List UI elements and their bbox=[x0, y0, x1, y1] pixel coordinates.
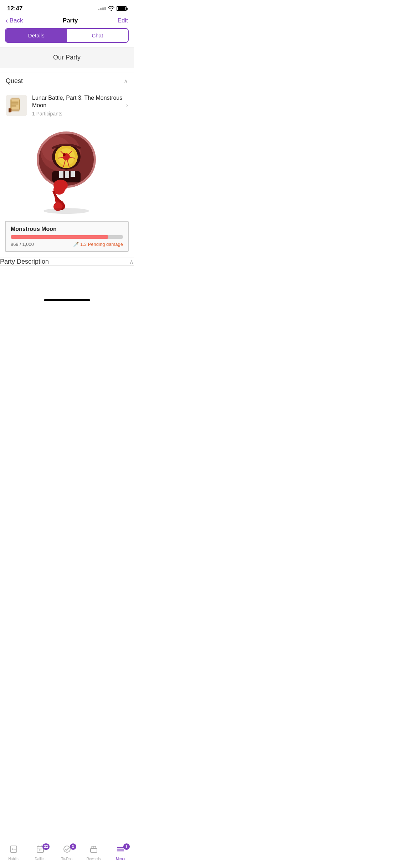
party-desc-chevron-icon: ∧ bbox=[129, 258, 134, 265]
tab-bar: Details Chat bbox=[5, 28, 129, 43]
svg-rect-4 bbox=[19, 99, 20, 109]
svg-rect-8 bbox=[11, 109, 21, 110]
monster-name: Monstrous Moon bbox=[11, 226, 123, 232]
party-header: Our Party bbox=[0, 47, 134, 68]
health-display: 869 / 1,000 bbox=[11, 242, 34, 247]
quest-info: Lunar Battle, Part 3: The Monstrous Moon… bbox=[32, 94, 126, 117]
wifi-icon bbox=[108, 6, 114, 12]
party-desc-section-header[interactable]: Party Description ∧ bbox=[0, 258, 134, 266]
quest-detail-chevron-icon: › bbox=[126, 102, 128, 109]
svg-rect-5 bbox=[11, 102, 18, 103]
health-bar-fill bbox=[11, 235, 108, 239]
edit-button[interactable]: Edit bbox=[118, 17, 128, 24]
quest-section-header[interactable]: Quest ∧ bbox=[0, 72, 134, 90]
quest-item[interactable]: Lunar Battle, Part 3: The Monstrous Moon… bbox=[0, 90, 134, 121]
monster-stats-row: 869 / 1,000 🗡️ 1.3 Pending damage bbox=[11, 242, 123, 247]
pending-damage: 🗡️ 1.3 Pending damage bbox=[73, 242, 123, 247]
back-button[interactable]: ‹ Back bbox=[6, 16, 23, 25]
party-desc-title: Party Description bbox=[0, 258, 49, 265]
svg-rect-7 bbox=[11, 105, 16, 107]
nav-bar: ‹ Back Party Edit bbox=[0, 15, 134, 28]
svg-point-26 bbox=[63, 153, 66, 156]
tab-chat[interactable]: Chat bbox=[67, 29, 128, 42]
party-name: Our Party bbox=[53, 54, 81, 61]
svg-rect-28 bbox=[59, 171, 63, 178]
svg-rect-1 bbox=[11, 99, 21, 100]
svg-rect-29 bbox=[65, 171, 69, 178]
monster-image bbox=[28, 128, 106, 214]
svg-rect-0 bbox=[11, 98, 19, 99]
quest-section-title: Quest bbox=[6, 77, 23, 85]
svg-rect-9 bbox=[11, 110, 19, 112]
monster-stats-box: Monstrous Moon 869 / 1,000 🗡️ 1.3 Pendin… bbox=[5, 221, 129, 252]
status-icons bbox=[98, 6, 127, 12]
back-label: Back bbox=[10, 17, 23, 24]
page-title: Party bbox=[63, 17, 78, 24]
quest-chevron-up-icon: ∧ bbox=[124, 78, 128, 84]
svg-rect-11 bbox=[9, 108, 10, 112]
home-indicator bbox=[44, 299, 90, 301]
svg-rect-3 bbox=[11, 99, 12, 109]
quest-icon bbox=[6, 95, 27, 116]
battery-icon bbox=[117, 6, 127, 11]
status-bar: 12:47 bbox=[0, 0, 134, 15]
monster-area bbox=[0, 121, 134, 221]
sword-icon: 🗡️ bbox=[73, 242, 79, 247]
tab-details[interactable]: Details bbox=[6, 29, 67, 42]
signal-icon bbox=[98, 7, 106, 10]
svg-point-34 bbox=[43, 208, 89, 214]
status-time: 12:47 bbox=[7, 5, 22, 12]
health-bar-container bbox=[11, 235, 123, 239]
quest-participants: 1 Participants bbox=[32, 111, 126, 117]
svg-rect-30 bbox=[71, 171, 75, 177]
pending-damage-text: 1.3 Pending damage bbox=[80, 242, 123, 247]
back-chevron-icon: ‹ bbox=[6, 16, 8, 25]
quest-name: Lunar Battle, Part 3: The Monstrous Moon bbox=[32, 94, 126, 109]
svg-rect-6 bbox=[11, 103, 18, 104]
